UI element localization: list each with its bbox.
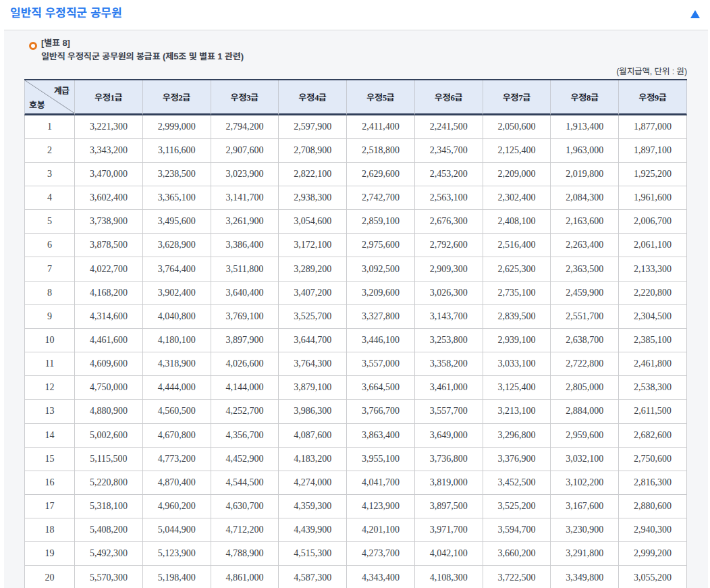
salary-cell: 5,570,300 xyxy=(75,566,143,588)
salary-cell: 3,407,200 xyxy=(279,282,347,305)
salary-cell: 3,230,900 xyxy=(551,518,619,542)
salary-cell: 3,125,400 xyxy=(483,376,551,400)
grade-column-header: 우정3급 xyxy=(211,80,279,115)
salary-cell: 1,961,600 xyxy=(619,186,687,210)
grade-column-header: 우정6급 xyxy=(415,80,483,115)
corner-step-label: 호봉 xyxy=(29,98,45,111)
salary-cell: 2,538,300 xyxy=(619,376,687,400)
salary-cell: 2,516,400 xyxy=(483,234,551,257)
salary-cell: 3,819,000 xyxy=(415,471,483,495)
salary-cell: 2,638,700 xyxy=(551,329,619,352)
salary-cell: 3,172,100 xyxy=(279,234,347,257)
salary-cell: 3,644,700 xyxy=(279,329,347,352)
salary-cell: 4,750,000 xyxy=(75,376,143,400)
salary-cell: 3,116,600 xyxy=(143,139,211,163)
salary-cell: 4,609,600 xyxy=(75,352,143,376)
salary-cell: 4,960,200 xyxy=(143,495,211,518)
salary-cell: 3,349,800 xyxy=(551,566,619,588)
salary-cell: 3,664,500 xyxy=(347,376,415,400)
salary-cell: 2,822,100 xyxy=(279,163,347,186)
salary-cell: 3,495,600 xyxy=(143,210,211,234)
table-row: 205,570,3005,198,4004,861,0004,587,3004,… xyxy=(24,566,687,588)
salary-cell: 2,006,700 xyxy=(619,210,687,234)
notice-block: [별표 8] 일반직 우정직군 공무원의 봉급표 (제5조 및 별표 1 관련) xyxy=(29,36,244,63)
salary-cell: 2,625,300 xyxy=(483,257,551,281)
salary-cell: 3,722,500 xyxy=(483,566,551,588)
salary-cell: 3,971,700 xyxy=(415,518,483,542)
salary-cell: 3,209,600 xyxy=(347,282,415,305)
salary-cell: 2,133,300 xyxy=(619,257,687,281)
salary-cell: 4,183,200 xyxy=(279,448,347,471)
salary-cell: 3,386,400 xyxy=(211,234,279,257)
salary-cell: 2,597,900 xyxy=(279,115,347,139)
salary-cell: 3,557,700 xyxy=(415,400,483,423)
step-cell: 1 xyxy=(24,115,75,139)
salary-cell: 3,594,700 xyxy=(483,518,551,542)
salary-cell: 5,198,400 xyxy=(143,566,211,588)
salary-cell: 3,511,800 xyxy=(211,257,279,281)
salary-cell: 2,563,100 xyxy=(415,186,483,210)
salary-cell: 4,168,200 xyxy=(75,282,143,305)
step-cell: 6 xyxy=(24,234,75,257)
salary-cell: 2,999,200 xyxy=(619,542,687,566)
salary-cell: 4,359,300 xyxy=(279,495,347,518)
salary-cell: 2,839,500 xyxy=(483,305,551,329)
salary-cell: 3,253,800 xyxy=(415,329,483,352)
salary-cell: 3,033,100 xyxy=(483,352,551,376)
salary-cell: 5,115,500 xyxy=(75,448,143,471)
salary-cell: 4,041,700 xyxy=(347,471,415,495)
grade-column-header: 우정2급 xyxy=(143,80,211,115)
salary-cell: 4,180,100 xyxy=(143,329,211,352)
salary-cell: 4,444,000 xyxy=(143,376,211,400)
step-cell: 19 xyxy=(24,542,75,566)
corner-cell: 계급 호봉 xyxy=(24,80,75,115)
table-row: 74,022,7003,764,4003,511,8003,289,2003,0… xyxy=(24,257,687,281)
salary-cell: 2,884,000 xyxy=(551,400,619,423)
salary-table: 계급 호봉 우정1급우정2급우정3급우정4급우정5급우정6급우정7급우정8급우정… xyxy=(24,79,687,588)
salary-cell: 3,167,600 xyxy=(551,495,619,518)
salary-cell: 4,439,900 xyxy=(279,518,347,542)
salary-cell: 3,902,400 xyxy=(143,282,211,305)
salary-cell: 2,220,800 xyxy=(619,282,687,305)
content-panel: [별표 8] 일반직 우정직군 공무원의 봉급표 (제5조 및 별표 1 관련)… xyxy=(4,30,708,588)
salary-cell: 2,722,800 xyxy=(551,352,619,376)
salary-cell: 2,411,400 xyxy=(347,115,415,139)
salary-cell: 4,461,600 xyxy=(75,329,143,352)
collapse-button[interactable] xyxy=(690,9,701,18)
salary-cell: 2,611,500 xyxy=(619,400,687,423)
salary-cell: 3,602,400 xyxy=(75,186,143,210)
salary-cell: 2,345,700 xyxy=(415,139,483,163)
salary-cell: 2,125,400 xyxy=(483,139,551,163)
salary-cell: 2,939,100 xyxy=(483,329,551,352)
salary-cell: 2,708,900 xyxy=(279,139,347,163)
salary-cell: 2,880,600 xyxy=(619,495,687,518)
salary-cell: 3,376,900 xyxy=(483,448,551,471)
grade-column-header: 우정5급 xyxy=(347,80,415,115)
table-row: 175,318,1004,960,2004,630,7004,359,3004,… xyxy=(24,495,687,518)
salary-cell: 2,682,600 xyxy=(619,424,687,448)
salary-cell: 2,459,900 xyxy=(551,282,619,305)
grade-column-header: 우정4급 xyxy=(279,80,347,115)
salary-cell: 5,318,100 xyxy=(75,495,143,518)
salary-cell: 2,907,600 xyxy=(211,139,279,163)
salary-cell: 3,557,000 xyxy=(347,352,415,376)
table-row: 63,878,5003,628,9003,386,4003,172,1002,9… xyxy=(24,234,687,257)
table-row: 145,002,6004,670,8004,356,7004,087,6003,… xyxy=(24,424,687,448)
salary-cell: 3,640,400 xyxy=(211,282,279,305)
salary-cell: 3,026,300 xyxy=(415,282,483,305)
table-row: 195,492,3005,123,9004,788,9004,515,3004,… xyxy=(24,542,687,566)
step-cell: 8 xyxy=(24,282,75,305)
salary-cell: 2,794,200 xyxy=(211,115,279,139)
salary-cell: 5,002,600 xyxy=(75,424,143,448)
step-cell: 3 xyxy=(24,163,75,186)
table-row: 33,470,0003,238,5003,023,9002,822,1002,6… xyxy=(24,163,687,186)
salary-cell: 3,736,800 xyxy=(415,448,483,471)
salary-cell: 4,861,000 xyxy=(211,566,279,588)
table-row: 43,602,4003,365,1003,141,7002,938,3002,7… xyxy=(24,186,687,210)
page-title: 일반직 우정직군 공무원 xyxy=(10,5,122,22)
salary-cell: 4,042,100 xyxy=(415,542,483,566)
step-cell: 17 xyxy=(24,495,75,518)
salary-cell: 3,897,900 xyxy=(211,329,279,352)
salary-cell: 3,955,100 xyxy=(347,448,415,471)
salary-cell: 2,241,500 xyxy=(415,115,483,139)
